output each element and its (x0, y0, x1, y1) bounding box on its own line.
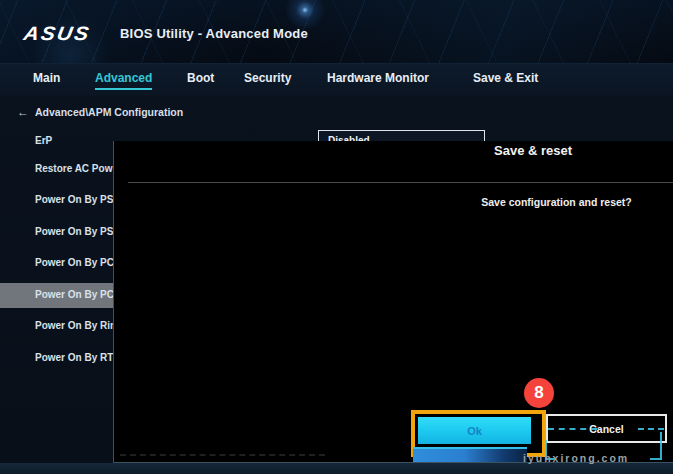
tab-advanced[interactable]: Advanced (95, 71, 152, 90)
list-item[interactable]: Power On By PCI (35, 256, 117, 269)
watermark-dash (548, 428, 597, 430)
header-bar: ASUS BIOS Utility - Advanced Mode (0, 0, 673, 63)
list-item[interactable]: Power On By RTC (35, 351, 121, 364)
erp-label: ErP (35, 134, 52, 147)
list-item[interactable]: Power On By PS/ (35, 193, 116, 206)
app-title: BIOS Utility - Advanced Mode (120, 26, 308, 41)
nav-bar: Main Advanced Boot Security Hardware Mon… (0, 63, 673, 96)
tab-hardware-monitor[interactable]: Hardware Monitor (327, 71, 429, 88)
watermark-text: iyunxirong.com (523, 452, 629, 464)
dialog-title: Save & reset (494, 143, 572, 158)
tab-main[interactable]: Main (33, 71, 60, 88)
list-item[interactable]: Power On By Rin (35, 319, 116, 332)
bottom-bar (0, 463, 673, 474)
ok-button[interactable]: Ok (418, 417, 531, 444)
step-8-badge: 8 (524, 378, 554, 408)
dialog-separator (128, 182, 673, 183)
dialog-message: Save configuration and reset? (454, 196, 659, 208)
back-arrow-icon[interactable]: ← (17, 105, 29, 119)
list-item-selected[interactable]: Power On By PCI (35, 288, 117, 301)
watermark-blue-band (413, 447, 527, 462)
tab-security[interactable]: Security (244, 71, 291, 88)
asus-logo: ASUS (22, 23, 92, 45)
watermark-bracket (650, 432, 662, 460)
list-item[interactable]: Restore AC Pow (35, 162, 112, 175)
tab-boot[interactable]: Boot (187, 71, 214, 88)
list-item[interactable]: Power On By PS/ (35, 225, 116, 238)
dialog-bottom-dashes (120, 454, 325, 456)
breadcrumb: Advanced\APM Configuration (35, 106, 183, 118)
save-reset-dialog: Save & reset Save configuration and rese… (113, 141, 673, 463)
tab-save-exit[interactable]: Save & Exit (473, 71, 538, 88)
watermark-dash (638, 428, 664, 430)
